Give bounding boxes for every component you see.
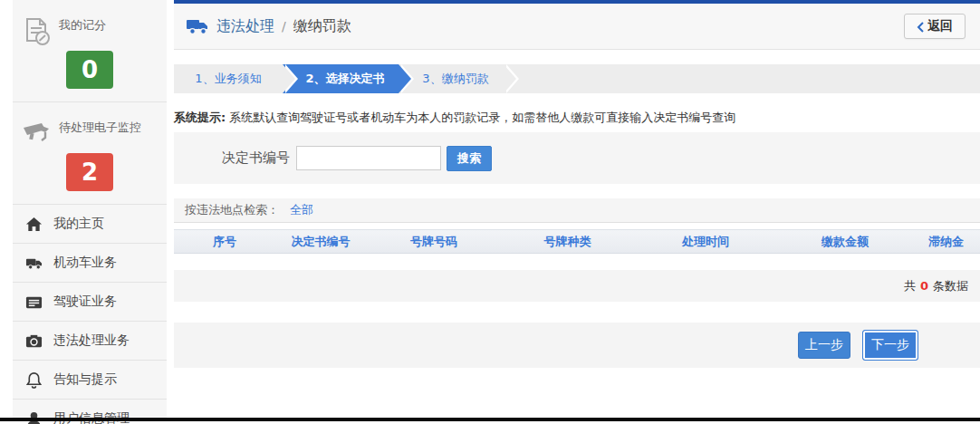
sidebar-section-monitor: 待处理电子监控 2 <box>13 102 167 205</box>
previous-step-button[interactable]: 上一步 <box>798 332 850 359</box>
home-icon <box>25 216 43 233</box>
score-document-icon <box>20 14 53 47</box>
summary-suffix: 条数据 <box>933 278 968 294</box>
monitor-badge[interactable]: 2 <box>66 153 113 191</box>
results-table-header: 序号 决定书编号 号牌号码 号牌种类 处理时间 缴款金额 滞纳金 <box>174 229 980 254</box>
column-header-payment-amount: 缴款金额 <box>778 230 912 253</box>
main-panel: 违法处理 / 缴纳罚款 返回 1、业务须知 2、选择决定书 3、缴纳罚款 <box>174 0 980 418</box>
step-tab-pay-fine[interactable]: 3、缴纳罚款 <box>399 64 504 93</box>
decision-number-label: 决定书编号 <box>222 149 290 167</box>
column-header-index: 序号 <box>174 230 275 253</box>
sidebar: 我的记分 0 待处理电子监控 2 <box>13 0 167 418</box>
step-tab-notice[interactable]: 1、业务须知 <box>174 64 283 93</box>
record-count: 0 <box>920 279 928 293</box>
breadcrumb-current: 缴纳罚款 <box>293 17 351 36</box>
next-step-button[interactable]: 下一步 <box>862 330 918 361</box>
sidebar-item-label: 我的主页 <box>53 216 104 232</box>
column-header-plate-number: 号牌号码 <box>366 230 502 253</box>
main-header: 违法处理 / 缴纳罚款 返回 <box>174 4 980 50</box>
location-filter-row: 按违法地点检索： 全部 <box>174 198 980 223</box>
column-header-process-time: 处理时间 <box>633 230 778 253</box>
step-label: 2、选择决定书 <box>305 71 384 87</box>
sidebar-item-notice[interactable]: 告知与提示 <box>13 361 167 400</box>
sidebar-item-vehicle[interactable]: 机动车业务 <box>13 244 167 283</box>
breadcrumb-section: 违法处理 <box>216 17 274 36</box>
sidebar-item-label: 机动车业务 <box>53 255 117 271</box>
system-notice-text: 系统默认查询驾驶证号或者机动车为本人的罚款记录，如需替他人缴款可直接输入决定书编… <box>226 111 735 124</box>
sidebar-item-license[interactable]: 驾驶证业务 <box>13 283 167 322</box>
location-filter-label: 按违法地点检索： <box>185 202 279 218</box>
wizard-button-bar: 上一步 下一步 <box>174 323 980 368</box>
score-label: 我的记分 <box>59 13 106 34</box>
system-notice-prefix: 系统提示: <box>174 111 226 124</box>
sidebar-item-label: 告知与提示 <box>53 371 117 388</box>
summary-prefix: 共 <box>904 278 916 294</box>
step-bar-filler <box>504 64 980 93</box>
step-label: 3、缴纳罚款 <box>422 71 488 87</box>
column-header-late-fee: 滞纳金 <box>912 230 980 253</box>
column-header-decision-number: 决定书编号 <box>275 230 366 253</box>
system-notice: 系统提示: 系统默认查询驾驶证号或者机动车为本人的罚款记录，如需替他人缴款可直接… <box>174 110 980 126</box>
card-icon <box>25 294 43 311</box>
column-header-plate-type: 号牌种类 <box>502 230 633 253</box>
camera-icon <box>25 332 43 350</box>
step-tab-select-decision[interactable]: 2、选择决定书 <box>283 64 399 93</box>
step-label: 1、业务须知 <box>195 71 261 87</box>
truck-icon <box>25 255 43 272</box>
breadcrumb-separator: / <box>282 19 286 34</box>
score-badge[interactable]: 0 <box>66 51 113 89</box>
sidebar-item-home[interactable]: 我的主页 <box>13 205 167 244</box>
bell-icon <box>25 371 43 389</box>
sidebar-item-violation[interactable]: 违法处理业务 <box>13 322 167 361</box>
step-wizard: 1、业务须知 2、选择决定书 3、缴纳罚款 <box>174 64 980 93</box>
cctv-camera-icon <box>20 117 53 149</box>
back-button-label: 返回 <box>927 18 953 34</box>
decision-number-input[interactable] <box>296 146 441 170</box>
back-button[interactable]: 返回 <box>904 14 966 39</box>
chevron-left-icon <box>917 21 924 32</box>
sidebar-section-score: 我的记分 0 <box>13 0 167 102</box>
truck-icon <box>187 17 208 35</box>
results-summary: 共 0 条数据 <box>174 270 980 302</box>
decision-search-form: 决定书编号 搜索 <box>174 132 980 184</box>
sidebar-item-label: 违法处理业务 <box>53 332 130 349</box>
search-button[interactable]: 搜索 <box>447 146 492 171</box>
monitor-label: 待处理电子监控 <box>59 115 141 136</box>
sidebar-item-label: 驾驶证业务 <box>53 294 117 310</box>
location-filter-all-link[interactable]: 全部 <box>290 202 313 218</box>
violation-payment-page: 我的记分 0 待处理电子监控 2 <box>0 0 980 424</box>
bottom-divider <box>0 418 980 421</box>
